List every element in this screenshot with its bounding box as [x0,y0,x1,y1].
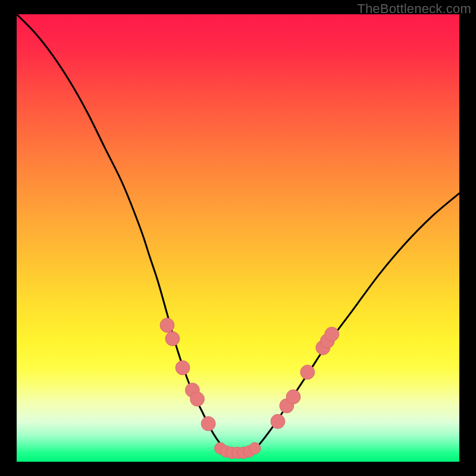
chart-frame [17,14,459,462]
plot-background-gradient [17,14,459,462]
watermark-label: TheBottleneck.com [357,1,471,17]
